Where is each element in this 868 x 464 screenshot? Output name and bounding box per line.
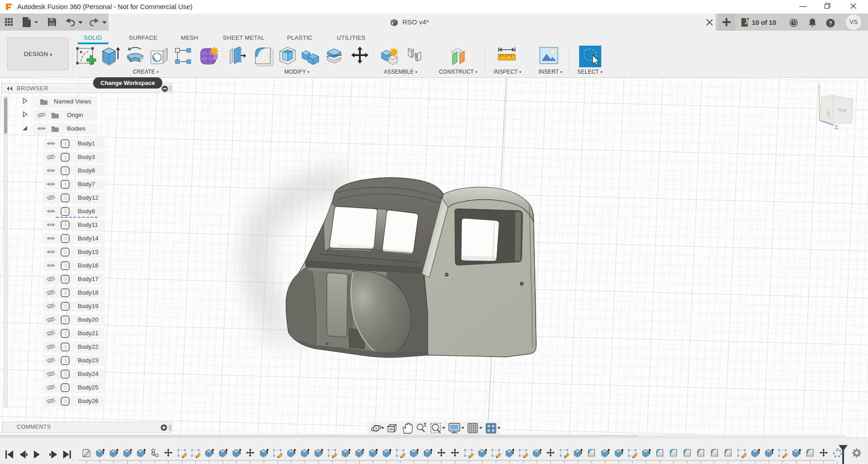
svg-text:TOP: TOP xyxy=(837,108,847,113)
svg-text:?: ? xyxy=(829,20,832,27)
